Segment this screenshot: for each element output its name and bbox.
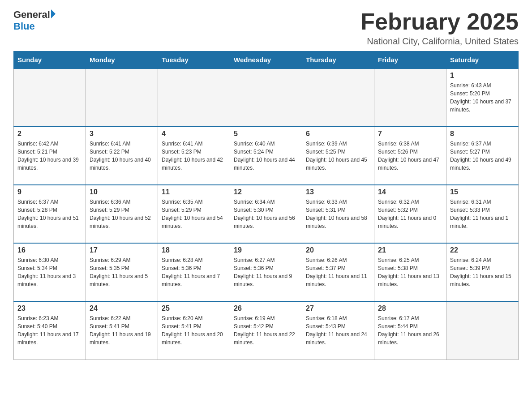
title-section: February 2025 National City, California,… bbox=[360, 9, 519, 47]
calendar-day-cell: 11Sunrise: 6:35 AM Sunset: 5:29 PM Dayli… bbox=[158, 185, 230, 243]
calendar-day-cell: 7Sunrise: 6:38 AM Sunset: 5:26 PM Daylig… bbox=[374, 127, 446, 185]
calendar-day-cell bbox=[158, 68, 230, 127]
day-info: Sunrise: 6:34 AM Sunset: 5:30 PM Dayligh… bbox=[234, 198, 298, 230]
day-number: 5 bbox=[234, 130, 298, 138]
day-info: Sunrise: 6:35 AM Sunset: 5:29 PM Dayligh… bbox=[162, 198, 226, 230]
calendar-week-row: 9Sunrise: 6:37 AM Sunset: 5:28 PM Daylig… bbox=[14, 185, 519, 243]
day-number: 3 bbox=[90, 130, 154, 138]
day-number: 16 bbox=[17, 246, 82, 254]
calendar-day-cell: 28Sunrise: 6:17 AM Sunset: 5:44 PM Dayli… bbox=[374, 301, 446, 360]
day-number: 21 bbox=[378, 246, 442, 254]
day-number: 25 bbox=[162, 304, 226, 313]
day-info: Sunrise: 6:28 AM Sunset: 5:36 PM Dayligh… bbox=[162, 256, 226, 288]
day-info: Sunrise: 6:22 AM Sunset: 5:41 PM Dayligh… bbox=[90, 314, 154, 347]
day-info: Sunrise: 6:29 AM Sunset: 5:35 PM Dayligh… bbox=[90, 256, 154, 288]
calendar-day-cell: 1Sunrise: 6:43 AM Sunset: 5:20 PM Daylig… bbox=[446, 68, 519, 127]
day-number: 13 bbox=[306, 188, 370, 196]
calendar-day-cell: 10Sunrise: 6:36 AM Sunset: 5:29 PM Dayli… bbox=[86, 185, 158, 243]
day-number: 14 bbox=[378, 188, 442, 196]
day-number: 18 bbox=[162, 246, 226, 254]
calendar-day-cell: 4Sunrise: 6:41 AM Sunset: 5:23 PM Daylig… bbox=[158, 127, 230, 185]
calendar-day-cell: 23Sunrise: 6:23 AM Sunset: 5:40 PM Dayli… bbox=[14, 301, 86, 360]
calendar-week-row: 16Sunrise: 6:30 AM Sunset: 5:34 PM Dayli… bbox=[14, 243, 519, 301]
calendar-day-cell: 9Sunrise: 6:37 AM Sunset: 5:28 PM Daylig… bbox=[14, 185, 86, 243]
calendar-day-cell bbox=[14, 68, 86, 127]
calendar-day-cell: 25Sunrise: 6:20 AM Sunset: 5:41 PM Dayli… bbox=[158, 301, 230, 360]
logo-text-blue: Blue bbox=[13, 21, 35, 32]
calendar-day-cell: 22Sunrise: 6:24 AM Sunset: 5:39 PM Dayli… bbox=[446, 243, 519, 301]
day-number: 19 bbox=[234, 246, 298, 254]
calendar-day-cell: 27Sunrise: 6:18 AM Sunset: 5:43 PM Dayli… bbox=[302, 301, 374, 360]
calendar-day-cell: 26Sunrise: 6:19 AM Sunset: 5:42 PM Dayli… bbox=[230, 301, 302, 360]
calendar-day-cell: 3Sunrise: 6:41 AM Sunset: 5:22 PM Daylig… bbox=[86, 127, 158, 185]
day-number: 11 bbox=[162, 188, 226, 196]
logo-arrow-icon bbox=[51, 9, 56, 18]
day-info: Sunrise: 6:37 AM Sunset: 5:28 PM Dayligh… bbox=[17, 198, 82, 230]
calendar-day-cell: 5Sunrise: 6:40 AM Sunset: 5:24 PM Daylig… bbox=[230, 127, 302, 185]
day-number: 17 bbox=[90, 246, 154, 254]
day-number: 15 bbox=[450, 188, 515, 196]
day-number: 24 bbox=[90, 304, 154, 313]
logo-text-general: General bbox=[13, 9, 50, 21]
calendar-header-monday: Monday bbox=[86, 51, 158, 69]
day-number: 9 bbox=[17, 188, 82, 196]
day-number: 2 bbox=[17, 130, 82, 138]
day-info: Sunrise: 6:42 AM Sunset: 5:21 PM Dayligh… bbox=[17, 140, 82, 172]
calendar-header-sunday: Sunday bbox=[14, 51, 86, 69]
calendar-day-cell bbox=[446, 301, 519, 360]
day-number: 8 bbox=[450, 130, 515, 138]
calendar-day-cell bbox=[86, 68, 158, 127]
calendar-day-cell: 6Sunrise: 6:39 AM Sunset: 5:25 PM Daylig… bbox=[302, 127, 374, 185]
calendar-week-row: 1Sunrise: 6:43 AM Sunset: 5:20 PM Daylig… bbox=[14, 68, 519, 127]
day-info: Sunrise: 6:18 AM Sunset: 5:43 PM Dayligh… bbox=[306, 314, 370, 347]
day-info: Sunrise: 6:33 AM Sunset: 5:31 PM Dayligh… bbox=[306, 198, 370, 230]
day-info: Sunrise: 6:43 AM Sunset: 5:20 PM Dayligh… bbox=[450, 81, 515, 114]
calendar-day-cell: 15Sunrise: 6:31 AM Sunset: 5:33 PM Dayli… bbox=[446, 185, 519, 243]
day-info: Sunrise: 6:26 AM Sunset: 5:37 PM Dayligh… bbox=[306, 256, 370, 288]
day-number: 26 bbox=[234, 304, 298, 313]
day-info: Sunrise: 6:20 AM Sunset: 5:41 PM Dayligh… bbox=[162, 314, 226, 347]
day-info: Sunrise: 6:24 AM Sunset: 5:39 PM Dayligh… bbox=[450, 256, 515, 288]
day-info: Sunrise: 6:37 AM Sunset: 5:27 PM Dayligh… bbox=[450, 140, 515, 172]
calendar-day-cell: 20Sunrise: 6:26 AM Sunset: 5:37 PM Dayli… bbox=[302, 243, 374, 301]
day-info: Sunrise: 6:41 AM Sunset: 5:22 PM Dayligh… bbox=[90, 140, 154, 172]
day-number: 6 bbox=[306, 130, 370, 138]
day-number: 27 bbox=[306, 304, 370, 313]
calendar-day-cell: 18Sunrise: 6:28 AM Sunset: 5:36 PM Dayli… bbox=[158, 243, 230, 301]
calendar-day-cell: 19Sunrise: 6:27 AM Sunset: 5:36 PM Dayli… bbox=[230, 243, 302, 301]
day-number: 20 bbox=[306, 246, 370, 254]
calendar-day-cell: 13Sunrise: 6:33 AM Sunset: 5:31 PM Dayli… bbox=[302, 185, 374, 243]
day-info: Sunrise: 6:27 AM Sunset: 5:36 PM Dayligh… bbox=[234, 256, 298, 288]
calendar-header-saturday: Saturday bbox=[446, 51, 519, 69]
calendar-day-cell: 2Sunrise: 6:42 AM Sunset: 5:21 PM Daylig… bbox=[14, 127, 86, 185]
day-info: Sunrise: 6:36 AM Sunset: 5:29 PM Dayligh… bbox=[90, 198, 154, 230]
calendar-table: SundayMondayTuesdayWednesdayThursdayFrid… bbox=[13, 51, 519, 360]
day-number: 12 bbox=[234, 188, 298, 196]
day-info: Sunrise: 6:41 AM Sunset: 5:23 PM Dayligh… bbox=[162, 140, 226, 172]
calendar-day-cell: 17Sunrise: 6:29 AM Sunset: 5:35 PM Dayli… bbox=[86, 243, 158, 301]
calendar-day-cell: 21Sunrise: 6:25 AM Sunset: 5:38 PM Dayli… bbox=[374, 243, 446, 301]
day-number: 28 bbox=[378, 304, 442, 313]
calendar-day-cell bbox=[374, 68, 446, 127]
day-info: Sunrise: 6:25 AM Sunset: 5:38 PM Dayligh… bbox=[378, 256, 442, 288]
day-info: Sunrise: 6:23 AM Sunset: 5:40 PM Dayligh… bbox=[17, 314, 82, 347]
calendar-header-friday: Friday bbox=[374, 51, 446, 69]
day-number: 22 bbox=[450, 246, 515, 254]
calendar-header-wednesday: Wednesday bbox=[230, 51, 302, 69]
calendar-day-cell: 14Sunrise: 6:32 AM Sunset: 5:32 PM Dayli… bbox=[374, 185, 446, 243]
day-info: Sunrise: 6:38 AM Sunset: 5:26 PM Dayligh… bbox=[378, 140, 442, 172]
month-title: February 2025 bbox=[360, 9, 519, 34]
calendar-header-thursday: Thursday bbox=[302, 51, 374, 69]
day-number: 10 bbox=[90, 188, 154, 196]
day-number: 7 bbox=[378, 130, 442, 138]
calendar-week-row: 23Sunrise: 6:23 AM Sunset: 5:40 PM Dayli… bbox=[14, 301, 519, 360]
day-info: Sunrise: 6:19 AM Sunset: 5:42 PM Dayligh… bbox=[234, 314, 298, 347]
day-number: 23 bbox=[17, 304, 82, 313]
calendar-day-cell: 16Sunrise: 6:30 AM Sunset: 5:34 PM Dayli… bbox=[14, 243, 86, 301]
calendar-header-row: SundayMondayTuesdayWednesdayThursdayFrid… bbox=[14, 51, 519, 69]
calendar-day-cell: 8Sunrise: 6:37 AM Sunset: 5:27 PM Daylig… bbox=[446, 127, 519, 185]
day-info: Sunrise: 6:32 AM Sunset: 5:32 PM Dayligh… bbox=[378, 198, 442, 230]
day-number: 1 bbox=[450, 72, 515, 80]
calendar-day-cell: 12Sunrise: 6:34 AM Sunset: 5:30 PM Dayli… bbox=[230, 185, 302, 243]
day-info: Sunrise: 6:39 AM Sunset: 5:25 PM Dayligh… bbox=[306, 140, 370, 172]
